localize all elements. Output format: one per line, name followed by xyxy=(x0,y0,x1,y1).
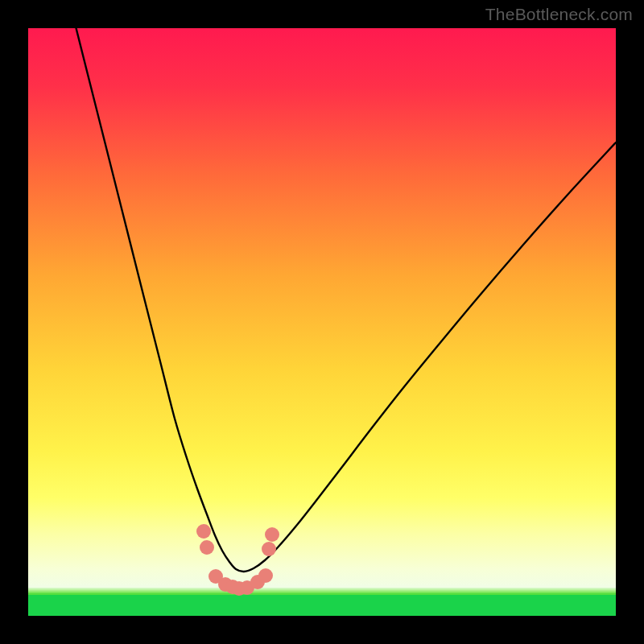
scatter-points xyxy=(196,524,279,596)
scatter-dot xyxy=(196,524,211,539)
plot-area xyxy=(28,28,616,616)
scatter-dot xyxy=(262,542,276,556)
watermark-text: TheBottleneck.com xyxy=(485,5,633,24)
scatter-dot xyxy=(258,568,273,583)
curve-layer xyxy=(28,28,616,616)
bottleneck-curve xyxy=(72,28,616,572)
scatter-dot xyxy=(200,540,214,555)
chart-frame: TheBottleneck.com xyxy=(0,0,644,644)
scatter-dot xyxy=(265,527,279,542)
